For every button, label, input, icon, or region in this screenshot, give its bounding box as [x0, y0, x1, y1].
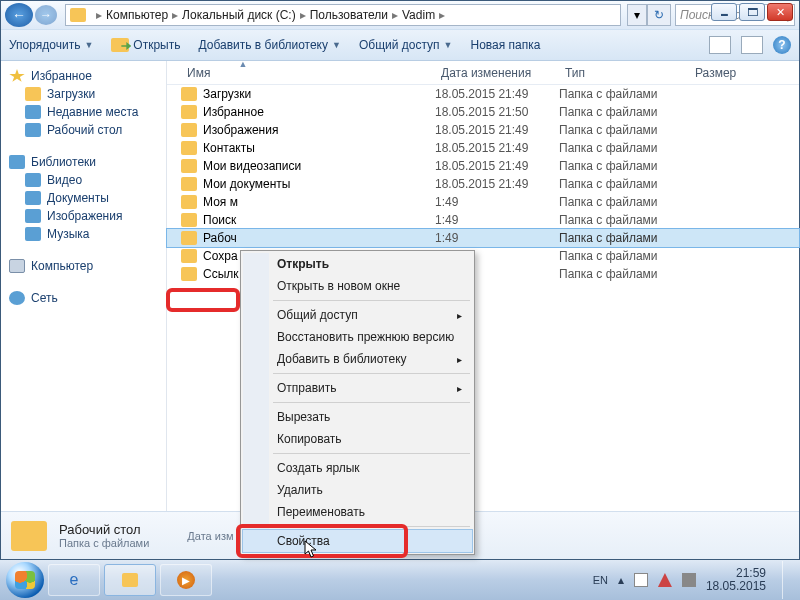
open-button[interactable]: Открыть	[111, 38, 180, 52]
taskbar-app-wmp[interactable]: ▶	[160, 564, 212, 596]
file-type: Папка с файлами	[559, 249, 689, 263]
breadcrumb-sep: ▸	[172, 8, 178, 22]
ctx-rename[interactable]: Переименовать	[243, 501, 472, 523]
crumb-users[interactable]: Пользователи	[310, 8, 388, 22]
nav-back-button[interactable]: ←	[5, 3, 33, 27]
file-type: Папка с файлами	[559, 105, 689, 119]
nav-forward-button[interactable]: →	[35, 5, 57, 25]
refresh-button[interactable]: ↻	[647, 4, 671, 26]
table-row[interactable]: Рабоч1:49Папка с файлами	[167, 229, 799, 247]
file-type: Папка с файлами	[559, 231, 689, 245]
close-button[interactable]: ✕	[767, 3, 793, 21]
file-type: Папка с файлами	[559, 159, 689, 173]
ctx-properties[interactable]: Свойства	[243, 530, 472, 552]
crumb-vadim[interactable]: Vadim	[402, 8, 435, 22]
sidebar-item-music[interactable]: Музыка	[1, 225, 166, 243]
context-menu: Открыть Открыть в новом окне Общий досту…	[240, 250, 475, 555]
ctx-add-to-library[interactable]: Добавить в библиотеку▸	[243, 348, 472, 370]
help-button[interactable]: ?	[773, 36, 791, 54]
taskbar-app-ie[interactable]: e	[48, 564, 100, 596]
ctx-restore-version[interactable]: Восстановить прежнюю версию	[243, 326, 472, 348]
sidebar-item-documents[interactable]: Документы	[1, 189, 166, 207]
folder-icon	[181, 267, 197, 281]
sidebar-item-desktop[interactable]: Рабочий стол	[1, 121, 166, 139]
breadcrumb-dropdown[interactable]: ▾	[627, 4, 647, 26]
computer-icon	[9, 259, 25, 273]
pictures-icon	[25, 209, 41, 223]
folder-icon	[181, 141, 197, 155]
ctx-open[interactable]: Открыть	[243, 253, 472, 275]
ctx-copy[interactable]: Копировать	[243, 428, 472, 450]
ie-icon: e	[70, 571, 79, 589]
desktop-icon	[25, 123, 41, 137]
share-button[interactable]: Общий доступ▼	[359, 38, 453, 52]
action-center-icon[interactable]	[658, 573, 672, 587]
minimize-button[interactable]: 🗕	[711, 3, 737, 21]
column-headers[interactable]: Имя▲ Дата изменения Тип Размер	[167, 61, 799, 85]
sidebar-network[interactable]: Сеть	[1, 289, 166, 307]
sidebar-item-recent[interactable]: Недавние места	[1, 103, 166, 121]
open-icon	[111, 38, 129, 52]
ctx-create-shortcut[interactable]: Создать ярлык	[243, 457, 472, 479]
language-indicator[interactable]: EN	[593, 574, 608, 586]
ctx-open-new-window[interactable]: Открыть в новом окне	[243, 275, 472, 297]
folder-icon	[70, 8, 86, 22]
ctx-send-to[interactable]: Отправить▸	[243, 377, 472, 399]
table-row[interactable]: Контакты18.05.2015 21:49Папка с файлами	[167, 139, 799, 157]
folder-icon	[122, 573, 138, 587]
new-folder-button[interactable]: Новая папка	[470, 38, 540, 52]
table-row[interactable]: Мои документы18.05.2015 21:49Папка с фай…	[167, 175, 799, 193]
folder-icon	[181, 195, 197, 209]
navigation-pane: Избранное Загрузки Недавние места Рабочи…	[1, 61, 167, 511]
sidebar-libraries[interactable]: Библиотеки	[1, 153, 166, 171]
tray-expand-icon[interactable]: ▴	[618, 573, 624, 587]
preview-pane-button[interactable]	[741, 36, 763, 54]
file-date: 18.05.2015 21:49	[435, 159, 559, 173]
crumb-computer[interactable]: Компьютер	[106, 8, 168, 22]
maximize-button[interactable]: 🗖	[739, 3, 765, 21]
view-options-button[interactable]	[709, 36, 731, 54]
organize-button[interactable]: Упорядочить▼	[9, 38, 93, 52]
table-row[interactable]: Изображения18.05.2015 21:49Папка с файла…	[167, 121, 799, 139]
breadcrumb-sep: ▸	[392, 8, 398, 22]
recent-icon	[25, 105, 41, 119]
table-row[interactable]: Загрузки18.05.2015 21:49Папка с файлами	[167, 85, 799, 103]
system-tray: EN ▴ 21:59 18.05.2015	[593, 561, 794, 599]
ctx-cut[interactable]: Вырезать	[243, 406, 472, 428]
file-name: Сохра	[203, 249, 238, 263]
sidebar-item-videos[interactable]: Видео	[1, 171, 166, 189]
crumb-drive[interactable]: Локальный диск (C:)	[182, 8, 296, 22]
table-row[interactable]: Избранное18.05.2015 21:50Папка с файлами	[167, 103, 799, 121]
breadcrumb[interactable]: ▸ Компьютер ▸ Локальный диск (C:) ▸ Поль…	[65, 4, 621, 26]
taskbar-app-explorer[interactable]	[104, 564, 156, 596]
file-type: Папка с файлами	[559, 213, 689, 227]
file-date: 18.05.2015 21:49	[435, 177, 559, 191]
table-row[interactable]: Поиск1:49Папка с файлами	[167, 211, 799, 229]
include-library-button[interactable]: Добавить в библиотеку▼	[198, 38, 340, 52]
ctx-delete[interactable]: Удалить	[243, 479, 472, 501]
ctx-share[interactable]: Общий доступ▸	[243, 304, 472, 326]
table-row[interactable]: Моя м1:49Папка с файлами	[167, 193, 799, 211]
show-desktop-button[interactable]	[782, 561, 794, 599]
folder-icon	[181, 249, 197, 263]
file-type: Папка с файлами	[559, 123, 689, 137]
file-type: Папка с файлами	[559, 195, 689, 209]
breadcrumb-sep: ▸	[96, 8, 102, 22]
file-name: Ссылк	[203, 267, 239, 281]
sidebar-item-downloads[interactable]: Загрузки	[1, 85, 166, 103]
wmp-icon: ▶	[177, 571, 195, 589]
taskbar: e ▶ EN ▴ 21:59 18.05.2015	[0, 560, 800, 600]
sidebar-item-pictures[interactable]: Изображения	[1, 207, 166, 225]
volume-icon[interactable]	[682, 573, 696, 587]
start-button[interactable]	[6, 562, 44, 598]
details-date-label: Дата изм	[187, 530, 233, 542]
star-icon	[9, 69, 25, 83]
sidebar-computer[interactable]: Компьютер	[1, 257, 166, 275]
file-type: Папка с файлами	[559, 177, 689, 191]
flag-icon[interactable]	[634, 573, 648, 587]
sidebar-favorites[interactable]: Избранное	[1, 67, 166, 85]
file-name: Изображения	[203, 123, 278, 137]
music-icon	[25, 227, 41, 241]
table-row[interactable]: Мои видеозаписи18.05.2015 21:49Папка с ф…	[167, 157, 799, 175]
clock[interactable]: 21:59 18.05.2015	[706, 567, 766, 593]
